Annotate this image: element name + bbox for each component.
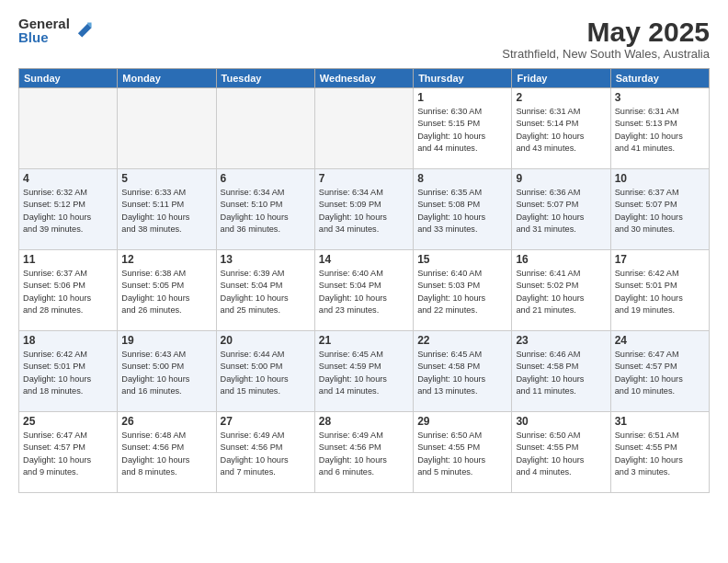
day-number: 2 <box>516 91 606 104</box>
calendar-cell: 15Sunrise: 6:40 AMSunset: 5:03 PMDayligh… <box>414 250 512 331</box>
calendar-cell: 9Sunrise: 6:36 AMSunset: 5:07 PMDaylight… <box>512 169 610 250</box>
day-number: 18 <box>23 334 113 347</box>
day-detail: Sunrise: 6:49 AMSunset: 4:56 PMDaylight:… <box>319 430 409 478</box>
day-detail: Sunrise: 6:44 AMSunset: 5:00 PMDaylight:… <box>221 349 311 397</box>
day-number: 8 <box>417 172 507 185</box>
logo-icon <box>73 18 93 39</box>
calendar-cell: 27Sunrise: 6:49 AMSunset: 4:56 PMDayligh… <box>216 412 314 493</box>
day-number: 29 <box>417 415 507 428</box>
logo: General Blue <box>18 17 93 44</box>
day-detail: Sunrise: 6:42 AMSunset: 5:01 PMDaylight:… <box>23 349 113 397</box>
day-detail: Sunrise: 6:37 AMSunset: 5:07 PMDaylight:… <box>615 187 705 236</box>
day-number: 6 <box>221 172 311 185</box>
day-detail: Sunrise: 6:46 AMSunset: 4:58 PMDaylight:… <box>516 349 606 397</box>
calendar-week-row: 18Sunrise: 6:42 AMSunset: 5:01 PMDayligh… <box>19 331 710 412</box>
day-detail: Sunrise: 6:38 AMSunset: 5:05 PMDaylight:… <box>121 268 211 316</box>
day-number: 4 <box>23 172 113 185</box>
calendar-table: SundayMondayTuesdayWednesdayThursdayFrid… <box>18 68 710 493</box>
day-number: 26 <box>121 415 211 428</box>
day-number: 24 <box>615 334 705 347</box>
calendar-cell: 26Sunrise: 6:48 AMSunset: 4:56 PMDayligh… <box>118 412 216 493</box>
day-number: 31 <box>615 415 705 428</box>
col-header-wednesday: Wednesday <box>314 69 413 88</box>
day-detail: Sunrise: 6:41 AMSunset: 5:02 PMDaylight:… <box>516 268 606 316</box>
day-detail: Sunrise: 6:47 AMSunset: 4:57 PMDaylight:… <box>23 430 113 478</box>
page: General Blue May 2025 Strathfield, New S… <box>0 0 728 563</box>
day-detail: Sunrise: 6:30 AMSunset: 5:15 PMDaylight:… <box>417 106 507 155</box>
day-number: 22 <box>417 334 507 347</box>
day-number: 27 <box>221 415 311 428</box>
day-number: 5 <box>121 172 211 185</box>
day-detail: Sunrise: 6:42 AMSunset: 5:01 PMDaylight:… <box>615 268 705 316</box>
day-number: 21 <box>319 334 409 347</box>
calendar-cell: 17Sunrise: 6:42 AMSunset: 5:01 PMDayligh… <box>610 250 709 331</box>
calendar-cell: 1Sunrise: 6:30 AMSunset: 5:15 PMDaylight… <box>414 88 512 169</box>
calendar-cell: 31Sunrise: 6:51 AMSunset: 4:55 PMDayligh… <box>610 412 709 493</box>
day-number: 14 <box>319 253 409 266</box>
day-detail: Sunrise: 6:31 AMSunset: 5:14 PMDaylight:… <box>516 106 606 155</box>
calendar-cell: 2Sunrise: 6:31 AMSunset: 5:14 PMDaylight… <box>512 88 610 169</box>
col-header-saturday: Saturday <box>610 69 709 88</box>
calendar-cell: 3Sunrise: 6:31 AMSunset: 5:13 PMDaylight… <box>610 88 709 169</box>
calendar-cell: 6Sunrise: 6:34 AMSunset: 5:10 PMDaylight… <box>216 169 314 250</box>
calendar-cell <box>314 88 413 169</box>
calendar-cell: 22Sunrise: 6:45 AMSunset: 4:58 PMDayligh… <box>414 331 512 412</box>
calendar-cell: 10Sunrise: 6:37 AMSunset: 5:07 PMDayligh… <box>610 169 709 250</box>
calendar-cell: 21Sunrise: 6:45 AMSunset: 4:59 PMDayligh… <box>314 331 413 412</box>
day-number: 25 <box>23 415 113 428</box>
calendar-cell <box>118 88 216 169</box>
col-header-tuesday: Tuesday <box>216 69 314 88</box>
day-number: 12 <box>121 253 211 266</box>
day-detail: Sunrise: 6:50 AMSunset: 4:55 PMDaylight:… <box>516 430 606 478</box>
calendar-cell: 4Sunrise: 6:32 AMSunset: 5:12 PMDaylight… <box>19 169 118 250</box>
day-number: 17 <box>615 253 705 266</box>
calendar-cell: 8Sunrise: 6:35 AMSunset: 5:08 PMDaylight… <box>414 169 512 250</box>
logo-general: General <box>18 17 70 30</box>
day-number: 11 <box>23 253 113 266</box>
day-detail: Sunrise: 6:37 AMSunset: 5:06 PMDaylight:… <box>23 268 113 316</box>
calendar-cell: 25Sunrise: 6:47 AMSunset: 4:57 PMDayligh… <box>19 412 118 493</box>
calendar-cell: 16Sunrise: 6:41 AMSunset: 5:02 PMDayligh… <box>512 250 610 331</box>
col-header-friday: Friday <box>512 69 610 88</box>
calendar-week-row: 4Sunrise: 6:32 AMSunset: 5:12 PMDaylight… <box>19 169 710 250</box>
day-detail: Sunrise: 6:47 AMSunset: 4:57 PMDaylight:… <box>615 349 705 397</box>
day-number: 9 <box>516 172 606 185</box>
day-number: 23 <box>516 334 606 347</box>
calendar-cell: 11Sunrise: 6:37 AMSunset: 5:06 PMDayligh… <box>19 250 118 331</box>
calendar-cell: 12Sunrise: 6:38 AMSunset: 5:05 PMDayligh… <box>118 250 216 331</box>
col-header-monday: Monday <box>118 69 216 88</box>
day-detail: Sunrise: 6:49 AMSunset: 4:56 PMDaylight:… <box>221 430 311 478</box>
day-detail: Sunrise: 6:34 AMSunset: 5:10 PMDaylight:… <box>221 187 311 236</box>
title-section: May 2025 Strathfield, New South Wales, A… <box>502 17 710 61</box>
logo-blue: Blue <box>18 30 70 44</box>
day-detail: Sunrise: 6:31 AMSunset: 5:13 PMDaylight:… <box>615 106 705 155</box>
day-detail: Sunrise: 6:36 AMSunset: 5:07 PMDaylight:… <box>516 187 606 236</box>
calendar-week-row: 11Sunrise: 6:37 AMSunset: 5:06 PMDayligh… <box>19 250 710 331</box>
day-number: 28 <box>319 415 409 428</box>
col-header-sunday: Sunday <box>19 69 118 88</box>
day-number: 1 <box>417 91 507 104</box>
col-header-thursday: Thursday <box>414 69 512 88</box>
calendar-cell: 13Sunrise: 6:39 AMSunset: 5:04 PMDayligh… <box>216 250 314 331</box>
calendar-cell <box>216 88 314 169</box>
calendar-cell <box>19 88 118 169</box>
day-number: 13 <box>221 253 311 266</box>
calendar-header-row: SundayMondayTuesdayWednesdayThursdayFrid… <box>19 69 710 88</box>
day-detail: Sunrise: 6:34 AMSunset: 5:09 PMDaylight:… <box>319 187 409 236</box>
calendar-cell: 23Sunrise: 6:46 AMSunset: 4:58 PMDayligh… <box>512 331 610 412</box>
calendar-cell: 29Sunrise: 6:50 AMSunset: 4:55 PMDayligh… <box>414 412 512 493</box>
month-title: May 2025 <box>502 17 710 47</box>
calendar-cell: 7Sunrise: 6:34 AMSunset: 5:09 PMDaylight… <box>314 169 413 250</box>
calendar-cell: 20Sunrise: 6:44 AMSunset: 5:00 PMDayligh… <box>216 331 314 412</box>
day-number: 15 <box>417 253 507 266</box>
day-number: 7 <box>319 172 409 185</box>
calendar-cell: 5Sunrise: 6:33 AMSunset: 5:11 PMDaylight… <box>118 169 216 250</box>
calendar-cell: 19Sunrise: 6:43 AMSunset: 5:00 PMDayligh… <box>118 331 216 412</box>
day-detail: Sunrise: 6:51 AMSunset: 4:55 PMDaylight:… <box>615 430 705 478</box>
day-detail: Sunrise: 6:45 AMSunset: 4:59 PMDaylight:… <box>319 349 409 397</box>
day-detail: Sunrise: 6:50 AMSunset: 4:55 PMDaylight:… <box>417 430 507 478</box>
day-detail: Sunrise: 6:43 AMSunset: 5:00 PMDaylight:… <box>121 349 211 397</box>
calendar-cell: 30Sunrise: 6:50 AMSunset: 4:55 PMDayligh… <box>512 412 610 493</box>
subtitle: Strathfield, New South Wales, Australia <box>502 47 710 61</box>
calendar-cell: 24Sunrise: 6:47 AMSunset: 4:57 PMDayligh… <box>610 331 709 412</box>
